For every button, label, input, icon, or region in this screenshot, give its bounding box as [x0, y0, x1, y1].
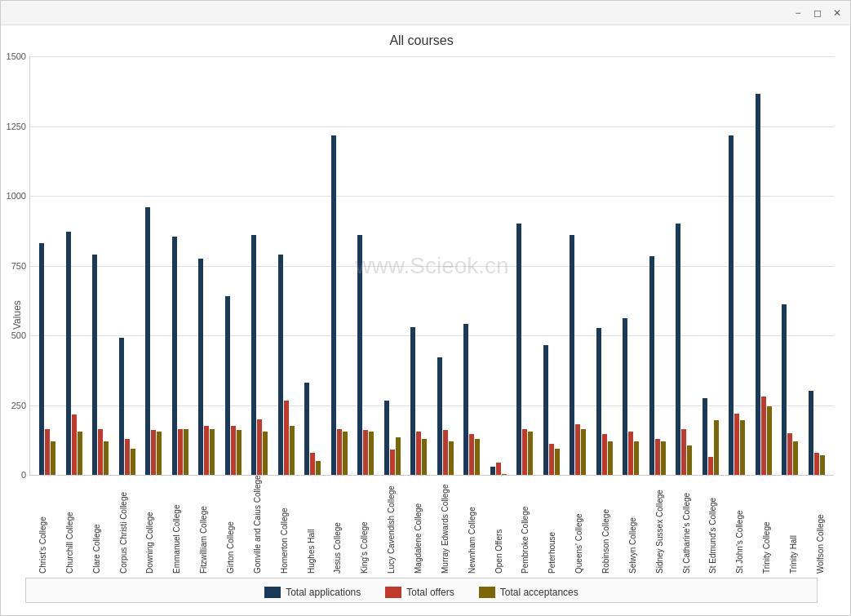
- x-axis-label: Homerton College: [280, 480, 289, 574]
- x-label-wrapper: Peterhouse: [539, 476, 565, 574]
- college-group: [777, 304, 804, 475]
- x-label-wrapper: Open Offers: [485, 476, 512, 574]
- bar: [708, 457, 713, 475]
- y-tick-label-500: 500: [0, 330, 26, 340]
- bar: [463, 324, 468, 475]
- x-axis-label: St Catharine's College: [682, 480, 691, 574]
- bar: [549, 444, 554, 475]
- x-axis-label: Trinity College: [762, 480, 771, 574]
- college-group: [804, 391, 831, 475]
- bar: [72, 414, 77, 475]
- x-axis-label: Selwyn College: [628, 480, 637, 574]
- bar: [602, 434, 607, 475]
- bar: [131, 449, 135, 475]
- x-axis-label: Trinity Hall: [789, 480, 798, 574]
- bar: [119, 338, 124, 475]
- bar: [384, 401, 389, 475]
- x-axis-label: Queens' College: [574, 480, 583, 574]
- chart-title: All courses: [9, 33, 834, 48]
- x-label-wrapper: Wolfson College: [807, 476, 834, 574]
- y-tick-label-750: 750: [0, 261, 26, 271]
- x-axis-labels: Christ's CollegeChurchill CollegeClare C…: [29, 476, 834, 574]
- x-axis-label: Magdalene College: [414, 480, 423, 574]
- bar: [204, 426, 209, 475]
- bar: [210, 429, 215, 475]
- x-label-wrapper: Clare College: [83, 476, 110, 574]
- college-group: [326, 135, 353, 475]
- x-label-wrapper: Christ's College: [29, 476, 56, 574]
- bar: [502, 474, 507, 475]
- legend: Total applications Total offers Total ac…: [25, 578, 818, 603]
- bar: [51, 441, 55, 475]
- bar: [575, 424, 580, 475]
- bars-container: [30, 56, 834, 475]
- college-group: [87, 255, 114, 475]
- bar: [449, 441, 454, 475]
- minimize-button[interactable]: −: [791, 7, 804, 20]
- bar: [125, 439, 130, 475]
- college-group: [406, 327, 432, 475]
- bar: [310, 453, 315, 475]
- bar: [756, 94, 760, 475]
- legend-box-applications: [264, 587, 281, 598]
- x-label-wrapper: Corpus Christi College: [110, 476, 137, 574]
- bar: [225, 296, 230, 475]
- legend-label-acceptances: Total acceptances: [500, 587, 578, 598]
- bar: [681, 429, 686, 475]
- bar: [66, 232, 71, 475]
- y-axis-label: Values: [9, 56, 25, 574]
- y-tick-label-1250: 1250: [0, 122, 26, 131]
- bar: [729, 135, 734, 475]
- bar: [623, 318, 627, 475]
- x-label-wrapper: Girton College: [217, 476, 244, 574]
- bar: [555, 449, 560, 475]
- bar: [740, 420, 745, 475]
- x-axis-label: Christ's College: [38, 480, 47, 574]
- bar: [184, 429, 188, 475]
- legend-item-offers: Total offers: [385, 587, 454, 598]
- college-group: [671, 224, 698, 475]
- x-axis-label: King's College: [360, 480, 369, 574]
- bar: [263, 432, 268, 475]
- x-axis-label: Emmanuel College: [172, 480, 181, 574]
- x-axis-label: Sidney Sussex College: [655, 480, 664, 574]
- close-button[interactable]: ✕: [831, 7, 844, 20]
- x-axis-label: Newnham College: [468, 480, 476, 574]
- college-group: [273, 255, 300, 475]
- college-group: [565, 235, 592, 475]
- x-axis-label: Jesus College: [333, 480, 342, 574]
- maximize-button[interactable]: ◻: [811, 7, 824, 20]
- x-label-wrapper: Fitzwilliam College: [190, 476, 217, 574]
- bar: [316, 461, 321, 475]
- college-group: [34, 243, 61, 475]
- college-group: [246, 235, 273, 475]
- bar: [634, 441, 639, 475]
- bar: [443, 430, 448, 475]
- bar: [410, 327, 415, 475]
- bar: [157, 432, 162, 475]
- plot-area: www.Scieok.cn 2505007501000125015000: [29, 56, 834, 476]
- bar: [416, 432, 421, 475]
- bar: [284, 401, 289, 475]
- bar: [516, 224, 521, 475]
- chart-container: All courses Values www.Scieok.cn 2505007…: [1, 25, 850, 615]
- bar: [78, 432, 82, 475]
- x-label-wrapper: Hughes Hall: [298, 476, 325, 574]
- bar: [278, 255, 283, 475]
- titlebar: − ◻ ✕: [1, 1, 850, 25]
- main-window: − ◻ ✕ All courses Values www.Scieok.cn 2…: [0, 0, 851, 616]
- bar: [570, 235, 574, 475]
- college-group: [379, 401, 406, 475]
- bar: [793, 441, 798, 475]
- bar: [104, 441, 109, 475]
- x-label-wrapper: Trinity Hall: [780, 476, 807, 574]
- x-label-wrapper: Churchill College: [56, 476, 83, 574]
- x-axis-label: Peterhouse: [547, 480, 556, 574]
- bar: [767, 406, 772, 475]
- legend-box-offers: [385, 587, 401, 598]
- bar: [649, 256, 654, 475]
- chart-inner: www.Scieok.cn 2505007501000125015000 Chr…: [29, 56, 834, 574]
- x-label-wrapper: Newnham College: [459, 476, 485, 574]
- college-group: [459, 324, 485, 475]
- x-axis-label: Hughes Hall: [307, 480, 316, 574]
